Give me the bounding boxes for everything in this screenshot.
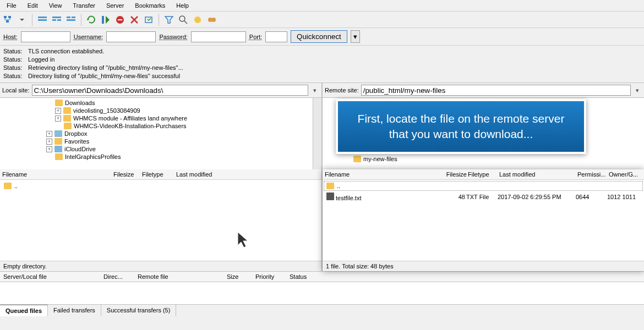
folder-icon	[55, 153, 63, 160]
tree-item[interactable]: my-new-files	[323, 155, 644, 163]
svg-rect-10	[67, 19, 75, 21]
svg-rect-6	[52, 19, 56, 21]
password-input[interactable]	[191, 31, 246, 42]
svg-rect-5	[52, 16, 61, 18]
local-path-input[interactable]	[32, 85, 308, 96]
menu-help[interactable]: Help	[172, 1, 193, 10]
col-modified[interactable]: Last modified	[176, 171, 237, 178]
menu-server[interactable]: Server	[102, 1, 128, 10]
expand-icon[interactable]: +	[55, 116, 61, 122]
col-owner[interactable]: Owner/G...	[609, 171, 642, 178]
col-size[interactable]: Size	[227, 273, 249, 280]
disconnect-icon[interactable]	[129, 14, 140, 25]
menu-edit[interactable]: Edit	[23, 1, 42, 10]
refresh-icon[interactable]	[86, 14, 97, 25]
expand-icon[interactable]: +	[46, 139, 52, 145]
tree-item[interactable]: +videolisting_1503084909	[0, 107, 321, 114]
local-list-body[interactable]: ..	[0, 180, 321, 261]
log-message: TLS connection established.	[28, 47, 104, 56]
folder-icon	[55, 100, 63, 106]
col-modified[interactable]: Last modified	[499, 171, 576, 178]
connection-bar: Host: Username: Password: Port: Quickcon…	[0, 28, 644, 46]
file-row[interactable]: testfile.txt 48 TXT File 2017-09-02 6:29…	[324, 191, 643, 203]
remote-site-label: Remote site:	[325, 87, 359, 94]
quickconnect-dropdown[interactable]: ▾	[351, 30, 360, 43]
remote-columns: Filename Filesize Filetype Last modified…	[323, 169, 644, 180]
local-tree[interactable]: Downloads +videolisting_1503084909 +WHMC…	[0, 98, 323, 169]
menu-bookmarks[interactable]: Bookmarks	[130, 1, 170, 10]
remote-list-body[interactable]: .. testfile.txt 48 TXT File 2017-09-02 6…	[323, 180, 644, 261]
toolbar	[0, 12, 644, 28]
col-remote[interactable]: Remote file	[138, 273, 220, 280]
dropdown-icon[interactable]	[17, 14, 28, 25]
folder-icon	[54, 146, 62, 152]
queue-body[interactable]	[0, 282, 644, 304]
tab-queued[interactable]: Queued files	[0, 305, 48, 316]
find-icon[interactable]	[206, 14, 217, 25]
col-filetype[interactable]: Filetype	[142, 171, 175, 178]
col-filesize[interactable]: Filesize	[434, 171, 467, 178]
col-filetype[interactable]: Filetype	[468, 171, 498, 178]
log-message: Retrieving directory listing of "/public…	[28, 64, 183, 72]
compare-icon[interactable]	[178, 14, 189, 25]
tree-item[interactable]: Downloads	[0, 99, 321, 107]
quickconnect-button[interactable]: Quickconnect	[291, 30, 347, 43]
expand-icon[interactable]: +	[46, 146, 52, 152]
sitemanager-icon[interactable]	[2, 14, 13, 25]
menu-transfer[interactable]: Transfer	[68, 1, 100, 10]
tree-item[interactable]: +WHMCS module - Affiliates land anywhere	[0, 114, 321, 122]
scrollbar[interactable]	[313, 98, 321, 169]
tutorial-callout: First, locate the file on the remote ser…	[336, 99, 586, 154]
parent-dir[interactable]: ..	[1, 181, 320, 191]
parent-dir[interactable]: ..	[324, 181, 643, 191]
col-status[interactable]: Status	[290, 273, 317, 280]
col-permissions[interactable]: Permissi...	[577, 171, 608, 178]
col-priority[interactable]: Priority	[255, 273, 283, 280]
tab-failed[interactable]: Failed transfers	[48, 305, 101, 316]
tree-item[interactable]: +iCloudDrive	[0, 145, 321, 153]
local-path-dropdown[interactable]: ▾	[310, 87, 319, 94]
remote-path-dropdown[interactable]: ▾	[633, 87, 642, 94]
log-label: Status:	[3, 47, 23, 56]
username-input[interactable]	[106, 31, 156, 42]
tree-item[interactable]: +Dropbox	[0, 130, 321, 138]
process-queue-icon[interactable]	[100, 14, 111, 25]
expand-icon[interactable]: +	[55, 108, 61, 114]
svg-rect-0	[4, 16, 7, 18]
toggle-queue-icon[interactable]	[66, 14, 77, 25]
col-filesize[interactable]: Filesize	[113, 171, 141, 178]
log-message: Directory listing of "/public_html/my-ne…	[28, 72, 180, 80]
tree-item[interactable]: WHMCS-VideoKB-Installation-Purchasers	[0, 122, 321, 130]
remote-file-list: Filename Filesize Filetype Last modified…	[323, 169, 644, 271]
path-bar: Local site: ▾ Remote site: ▾	[0, 83, 644, 98]
tab-successful[interactable]: Successful transfers (5)	[101, 305, 177, 316]
tree-item[interactable]: IntelGraphicsProfiles	[0, 153, 321, 161]
folder-icon	[54, 130, 62, 137]
sync-icon[interactable]	[192, 14, 203, 25]
remote-path-input[interactable]	[361, 85, 631, 96]
log-panel: Status:TLS connection established. Statu…	[0, 46, 644, 83]
col-filename[interactable]: Filename	[2, 171, 112, 178]
folder-icon	[54, 138, 62, 145]
svg-rect-7	[57, 19, 61, 21]
folder-icon	[63, 115, 71, 122]
menu-file[interactable]: File	[2, 1, 21, 10]
file-icon	[326, 193, 334, 200]
separator	[32, 14, 32, 26]
col-direction[interactable]: Direc...	[103, 273, 131, 280]
port-input[interactable]	[265, 31, 287, 42]
menu-view[interactable]: View	[45, 1, 67, 10]
log-label: Status:	[3, 72, 23, 80]
col-server[interactable]: Server/Local file	[3, 273, 97, 280]
toggle-tree-icon[interactable]	[51, 14, 62, 25]
col-filename[interactable]: Filename	[325, 171, 433, 178]
folder-up-icon	[4, 183, 12, 189]
toggle-log-icon[interactable]	[37, 14, 48, 25]
filter-icon[interactable]	[163, 14, 174, 25]
host-input[interactable]	[21, 31, 70, 42]
tree-item[interactable]: +Favorites	[0, 138, 321, 145]
expand-icon[interactable]: +	[46, 131, 52, 137]
reconnect-icon[interactable]	[143, 14, 154, 25]
svg-rect-4	[38, 19, 47, 21]
cancel-icon[interactable]	[114, 14, 125, 25]
